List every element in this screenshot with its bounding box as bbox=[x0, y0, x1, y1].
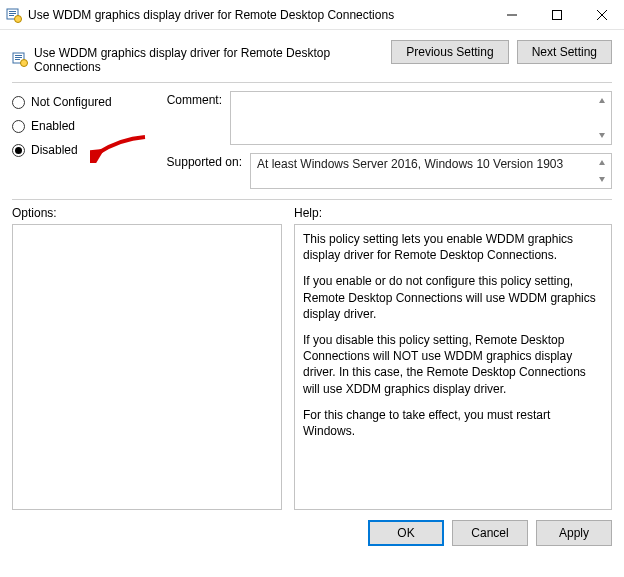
svg-point-4 bbox=[15, 15, 22, 22]
supported-on-box: At least Windows Server 2016, Windows 10… bbox=[250, 153, 612, 189]
radio-label: Enabled bbox=[31, 119, 75, 133]
radio-icon bbox=[12, 96, 25, 109]
comment-input[interactable] bbox=[230, 91, 612, 145]
radio-enabled[interactable]: Enabled bbox=[12, 119, 142, 133]
radio-label: Disabled bbox=[31, 143, 78, 157]
policy-title-text: Use WDDM graphics display driver for Rem… bbox=[34, 46, 381, 74]
close-button[interactable] bbox=[579, 0, 624, 30]
comment-label: Comment: bbox=[152, 91, 222, 107]
radio-label: Not Configured bbox=[31, 95, 112, 109]
config-area: Not Configured Enabled Disabled Comme bbox=[0, 91, 624, 197]
help-text: If you enable or do not configure this p… bbox=[303, 273, 603, 322]
supported-row: Supported on: At least Windows Server 20… bbox=[152, 153, 612, 189]
help-text: For this change to take effect, you must… bbox=[303, 407, 603, 439]
svg-line-7 bbox=[597, 10, 607, 20]
apply-button[interactable]: Apply bbox=[536, 520, 612, 546]
radio-disabled[interactable]: Disabled bbox=[12, 143, 142, 157]
supported-label: Supported on: bbox=[152, 153, 242, 169]
svg-line-8 bbox=[597, 10, 607, 20]
help-panel: This policy setting lets you enable WDDM… bbox=[294, 224, 612, 510]
svg-rect-2 bbox=[9, 13, 16, 14]
divider bbox=[12, 82, 612, 83]
radio-icon bbox=[12, 144, 25, 157]
radio-group: Not Configured Enabled Disabled bbox=[12, 91, 142, 189]
next-setting-button[interactable]: Next Setting bbox=[517, 40, 612, 64]
svg-rect-12 bbox=[15, 59, 20, 60]
help-text: This policy setting lets you enable WDDM… bbox=[303, 231, 603, 263]
cancel-button[interactable]: Cancel bbox=[452, 520, 528, 546]
previous-setting-button[interactable]: Previous Setting bbox=[391, 40, 508, 64]
policy-icon bbox=[12, 51, 28, 70]
window-title: Use WDDM graphics display driver for Rem… bbox=[28, 8, 489, 22]
radio-icon bbox=[12, 120, 25, 133]
svg-point-13 bbox=[21, 59, 28, 66]
footer: OK Cancel Apply bbox=[0, 510, 624, 556]
supported-on-text: At least Windows Server 2016, Windows 10… bbox=[257, 157, 563, 171]
scroll-up-icon[interactable] bbox=[594, 93, 610, 109]
ok-button[interactable]: OK bbox=[368, 520, 444, 546]
help-label: Help: bbox=[294, 206, 322, 220]
divider bbox=[12, 199, 612, 200]
panel-labels: Options: Help: bbox=[0, 206, 624, 220]
options-panel bbox=[12, 224, 282, 510]
window-controls bbox=[489, 0, 624, 30]
nav-buttons: Previous Setting Next Setting bbox=[391, 40, 612, 64]
svg-rect-11 bbox=[15, 57, 22, 58]
comment-row: Comment: bbox=[152, 91, 612, 145]
scroll-down-icon[interactable] bbox=[594, 171, 610, 187]
svg-rect-6 bbox=[552, 10, 561, 19]
minimize-button[interactable] bbox=[489, 0, 534, 30]
radio-not-configured[interactable]: Not Configured bbox=[12, 95, 142, 109]
svg-rect-10 bbox=[15, 55, 22, 56]
scroll-down-icon[interactable] bbox=[594, 127, 610, 143]
scroll-up-icon[interactable] bbox=[594, 155, 610, 171]
header-row: Use WDDM graphics display driver for Rem… bbox=[0, 30, 624, 80]
svg-rect-3 bbox=[9, 15, 14, 16]
maximize-button[interactable] bbox=[534, 0, 579, 30]
panels: This policy setting lets you enable WDDM… bbox=[0, 220, 624, 510]
svg-rect-1 bbox=[9, 11, 16, 12]
titlebar: Use WDDM graphics display driver for Rem… bbox=[0, 0, 624, 30]
fields-column: Comment: Supported on: At least Windows … bbox=[152, 91, 612, 189]
options-label: Options: bbox=[12, 206, 282, 220]
policy-icon bbox=[6, 7, 22, 23]
policy-title-row: Use WDDM graphics display driver for Rem… bbox=[12, 40, 381, 74]
help-text: If you disable this policy setting, Remo… bbox=[303, 332, 603, 397]
